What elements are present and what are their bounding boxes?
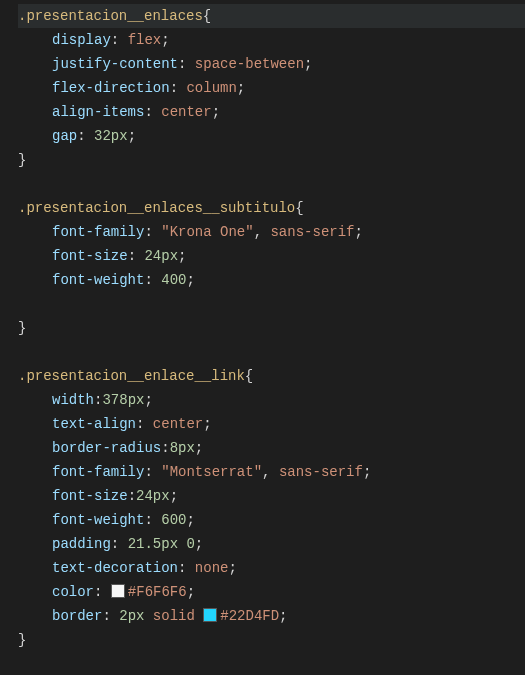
code-line: display: flex; bbox=[18, 28, 525, 52]
code-line: color: #F6F6F6; bbox=[18, 580, 525, 604]
code-line: font-size: 24px; bbox=[18, 244, 525, 268]
code-line: width:378px; bbox=[18, 388, 525, 412]
code-line: .presentacion__enlace__link{ bbox=[18, 364, 525, 388]
code-line bbox=[18, 340, 525, 364]
code-editor[interactable]: .presentacion__enlaces{display: flex;jus… bbox=[0, 0, 525, 656]
code-line: justify-content: space-between; bbox=[18, 52, 525, 76]
code-line: } bbox=[18, 628, 525, 652]
code-line: .presentacion__enlaces{ bbox=[18, 4, 525, 28]
code-line: text-align: center; bbox=[18, 412, 525, 436]
code-line bbox=[18, 172, 525, 196]
code-line: font-family: "Krona One", sans-serif; bbox=[18, 220, 525, 244]
code-line: text-decoration: none; bbox=[18, 556, 525, 580]
code-line: flex-direction: column; bbox=[18, 76, 525, 100]
code-line: border: 2px solid #22D4FD; bbox=[18, 604, 525, 628]
code-line: border-radius:8px; bbox=[18, 436, 525, 460]
color-swatch bbox=[111, 584, 125, 598]
code-line: font-weight: 400; bbox=[18, 268, 525, 292]
code-line: } bbox=[18, 316, 525, 340]
color-swatch bbox=[203, 608, 217, 622]
code-line: } bbox=[18, 148, 525, 172]
code-line: .presentacion__enlaces__subtitulo{ bbox=[18, 196, 525, 220]
code-line: padding: 21.5px 0; bbox=[18, 532, 525, 556]
code-line: font-weight: 600; bbox=[18, 508, 525, 532]
code-line bbox=[18, 292, 525, 316]
code-line: align-items: center; bbox=[18, 100, 525, 124]
code-line: font-size:24px; bbox=[18, 484, 525, 508]
code-line: font-family: "Montserrat", sans-serif; bbox=[18, 460, 525, 484]
code-line: gap: 32px; bbox=[18, 124, 525, 148]
